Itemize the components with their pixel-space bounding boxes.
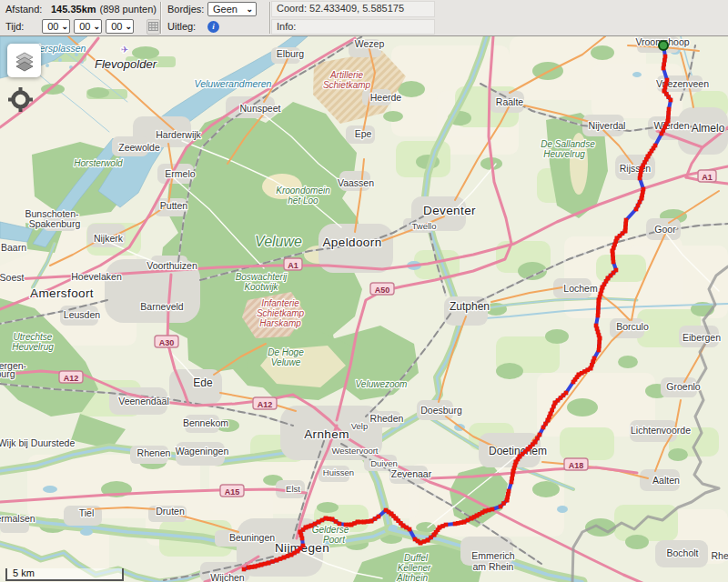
svg-text:Schietkamp: Schietkamp <box>323 80 371 90</box>
svg-text:Veluwezoom: Veluwezoom <box>356 379 408 389</box>
pan-crosshair-control[interactable] <box>8 87 33 112</box>
scale-bar: 5 km <box>5 568 124 581</box>
svg-text:Kroondomein: Kroondomein <box>276 186 330 196</box>
svg-text:Epe: Epe <box>355 128 372 139</box>
svg-text:Spakenburg: Spakenburg <box>29 218 81 229</box>
layers-icon <box>14 50 35 72</box>
svg-text:A1: A1 <box>702 173 713 182</box>
svg-text:Westervoort: Westervoort <box>331 446 378 456</box>
svg-text:Kellener: Kellener <box>398 563 431 573</box>
svg-text:Doesburg: Doesburg <box>420 405 462 416</box>
svg-text:Rhede: Rhede <box>712 550 728 561</box>
svg-text:Emmerich: Emmerich <box>471 550 514 561</box>
svg-text:Groenlo: Groenlo <box>666 381 701 392</box>
svg-text:Harderwijk: Harderwijk <box>156 129 201 140</box>
svg-text:Almelo: Almelo <box>692 122 725 135</box>
svg-text:Lichtenvoorde: Lichtenvoorde <box>631 425 691 436</box>
svg-text:Poort: Poort <box>323 535 346 545</box>
map-canvas[interactable]: A1A50A30A12A12A15A18A1Flevopolderderspla… <box>0 36 728 582</box>
svg-text:Arnhem: Arnhem <box>304 427 349 441</box>
svg-text:A18: A18 <box>569 461 584 470</box>
bordjes-select[interactable]: Geen⌄ <box>207 2 257 16</box>
time-minutes-select[interactable]: 00⌄ <box>74 19 102 34</box>
svg-text:Lochem: Lochem <box>563 283 598 294</box>
svg-text:Nunspeet: Nunspeet <box>240 103 281 114</box>
svg-text:Zevenaar: Zevenaar <box>391 468 432 479</box>
svg-text:A50: A50 <box>375 286 390 295</box>
svg-text:Druten: Druten <box>156 506 185 517</box>
svg-text:Bennekom: Bennekom <box>183 417 228 428</box>
toolbar: Afstand: 145.35km (898 punten) Tijd: 00⌄… <box>0 0 728 36</box>
info-icon[interactable]: i <box>207 21 219 33</box>
svg-text:Nijverdal: Nijverdal <box>589 120 626 131</box>
svg-text:burg: burg <box>0 368 15 379</box>
svg-text:Zutphen: Zutphen <box>450 300 490 313</box>
svg-text:Duiven: Duiven <box>370 458 398 468</box>
map-svg: A1A50A30A12A12A15A18A1Flevopolderderspla… <box>0 36 728 582</box>
chevron-down-icon: ⌄ <box>125 22 132 31</box>
svg-text:Leusden: Leusden <box>64 309 100 320</box>
svg-text:Harskamp: Harskamp <box>259 318 301 328</box>
svg-text:Nijkerk: Nijkerk <box>94 233 124 244</box>
svg-text:Wierden: Wierden <box>653 120 689 131</box>
svg-text:Aalten: Aalten <box>652 475 680 486</box>
svg-text:Wijchen: Wijchen <box>210 572 245 582</box>
time-seconds-select[interactable]: 00⌄ <box>106 19 134 34</box>
info-readout: Info: <box>271 19 435 35</box>
svg-text:Veenendaal: Veenendaal <box>118 396 168 406</box>
svg-text:Bocholt: Bocholt <box>666 547 698 558</box>
calculate-grid-button[interactable] <box>147 19 160 35</box>
svg-text:Deventer: Deventer <box>423 204 476 217</box>
svg-text:Goor: Goor <box>654 224 676 235</box>
svg-text:Borculo: Borculo <box>616 321 649 332</box>
svg-text:Soest: Soest <box>0 272 25 283</box>
svg-text:A1: A1 <box>288 261 298 270</box>
svg-text:Heuvelrug: Heuvelrug <box>12 342 54 352</box>
svg-text:Veluwe: Veluwe <box>271 357 301 367</box>
bordjes-label: Bordjes: <box>167 4 207 15</box>
svg-text:Duffel: Duffel <box>404 553 429 563</box>
time-hours-select[interactable]: 00⌄ <box>42 19 70 34</box>
grid-icon <box>148 22 158 31</box>
afstand-label: Afstand: <box>5 4 51 15</box>
svg-text:Wijk bij Duurstede: Wijk bij Duurstede <box>0 437 75 448</box>
svg-text:Altrhein: Altrhein <box>396 573 428 582</box>
svg-text:Barneveld: Barneveld <box>140 301 183 312</box>
svg-text:Putten: Putten <box>160 200 188 211</box>
svg-text:A12: A12 <box>258 400 273 409</box>
svg-text:A30: A30 <box>159 338 175 347</box>
svg-text:Heerde: Heerde <box>370 92 402 103</box>
coord-value: 52.433409, 5.585175 <box>309 3 404 14</box>
svg-text:Flevopolder: Flevopolder <box>95 57 157 71</box>
svg-text:Elst: Elst <box>286 484 300 494</box>
svg-text:Apeldoorn: Apeldoorn <box>322 236 381 249</box>
svg-text:De Sallandse: De Sallandse <box>541 139 595 149</box>
svg-text:Veluwerandmeren: Veluwerandmeren <box>195 78 272 89</box>
chevron-down-icon: ⌄ <box>246 5 253 14</box>
svg-text:Huissen: Huissen <box>323 467 354 477</box>
svg-text:Vaassen: Vaassen <box>338 177 374 188</box>
uitleg-label: Uitleg: <box>167 21 207 32</box>
svg-text:Baarn: Baarn <box>1 242 26 253</box>
svg-text:Kootwijk: Kootwijk <box>244 282 278 292</box>
points-count: (898 punten) <box>100 4 157 15</box>
svg-text:A12: A12 <box>64 374 79 383</box>
svg-text:Ermelo: Ermelo <box>165 168 195 179</box>
svg-text:Veluwe: Veluwe <box>255 234 302 249</box>
info-label: Info: <box>277 21 296 32</box>
svg-text:Hoevelaken: Hoevelaken <box>71 271 122 282</box>
svg-text:Eibergen: Eibergen <box>682 332 721 343</box>
svg-text:am Rhein: am Rhein <box>473 561 514 572</box>
svg-text:Raalte: Raalte <box>496 96 524 107</box>
svg-text:De Hoge: De Hoge <box>268 347 304 357</box>
svg-text:Horsterwold: Horsterwold <box>74 158 123 168</box>
layers-button[interactable] <box>7 44 41 77</box>
svg-text:Wezep: Wezep <box>355 38 385 49</box>
svg-text:A15: A15 <box>225 487 240 497</box>
distance-value: 145.35km <box>51 4 96 15</box>
svg-text:dersplassen: dersplassen <box>35 43 86 54</box>
svg-text:Utrechtse: Utrechtse <box>14 332 53 342</box>
coord-readout: Coord: 52.433409, 5.585175 <box>271 1 435 17</box>
svg-text:ermalsen: ermalsen <box>0 513 35 524</box>
svg-text:Zeewolde: Zeewolde <box>118 142 160 153</box>
